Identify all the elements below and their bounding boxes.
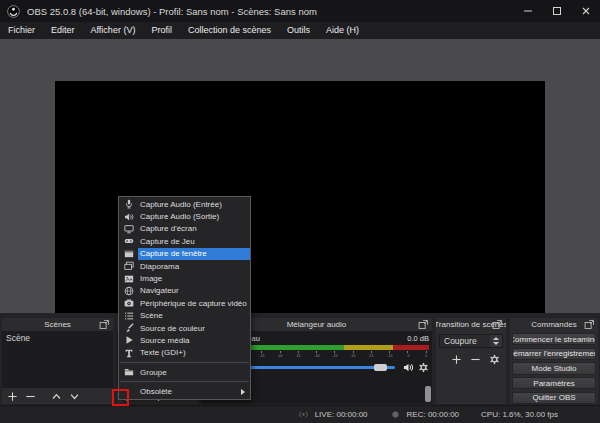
context-menu-item-texte-gdi[interactable]: Texte (GDI+) xyxy=(119,347,250,359)
scenes-minus-button[interactable] xyxy=(24,390,37,403)
window-controls xyxy=(513,0,600,22)
mixer-panel-title: Mélangeur audio xyxy=(287,320,347,329)
slideshow-icon xyxy=(119,260,138,272)
meter-tick: -35 xyxy=(295,351,301,359)
context-menu-item-capture-audio-sortie[interactable]: Capture Audio (Sortie) xyxy=(119,210,250,222)
context-menu-item-label: Groupe xyxy=(138,366,250,378)
context-menu-item-label: Obsolète xyxy=(138,385,241,397)
context-menu-item-label: Capture de fenêtre xyxy=(138,248,250,260)
scenes-chevron-down-button[interactable] xyxy=(68,390,81,403)
speaker-icon xyxy=(119,210,138,222)
scenes-list: Scène xyxy=(2,331,113,388)
mixer-settings-icon[interactable] xyxy=(418,362,429,373)
obs-window: OBS 25.0.8 (64-bit, windows) - Profil: S… xyxy=(0,0,600,423)
menubar-item-collection-de-scenes[interactable]: Collection de scènes xyxy=(180,22,279,39)
commands-panel-title: Commandes xyxy=(531,320,576,329)
context-menu-item-scene[interactable]: Scène xyxy=(119,310,250,322)
commands-panel: Commandes Commencer le streamingDémarrer… xyxy=(510,318,598,404)
play-icon xyxy=(119,334,138,346)
mute-toggle-icon[interactable] xyxy=(403,362,414,373)
meter-tick: -30 xyxy=(314,351,320,359)
spinner-up-icon xyxy=(493,337,499,340)
context-menu-item-label: Diaporama xyxy=(138,260,250,272)
window-icon xyxy=(119,248,138,260)
context-menu-item-capture-d-ecran[interactable]: Capture d'écran xyxy=(119,223,250,235)
mixer-scrollbar-thumb[interactable] xyxy=(425,386,431,402)
scene-transitions-panel: Transition de scènes Coupure xyxy=(436,318,506,404)
color-brush-icon xyxy=(119,322,138,334)
window-title: OBS 25.0.8 (64-bit, windows) - Profil: S… xyxy=(27,6,317,17)
popout-icon[interactable] xyxy=(492,319,503,330)
context-menu-item-label: Périphérique de capture vidéo xyxy=(138,297,250,309)
popout-icon[interactable] xyxy=(584,319,595,330)
camera-icon xyxy=(119,297,138,309)
context-menu-item-source-de-couleur[interactable]: Source de couleur xyxy=(119,322,250,334)
context-menu-item-label: Source média xyxy=(138,334,250,346)
context-menu-item-label: Source de couleur xyxy=(138,322,250,334)
commencer-le-streaming-button[interactable]: Commencer le streaming xyxy=(512,333,596,345)
menubar-item-fichier[interactable]: Fichier xyxy=(0,22,43,39)
demarrer-l-enregistrement-button[interactable]: Démarrer l'enregistrement xyxy=(512,348,596,360)
add-transition-button[interactable] xyxy=(450,353,463,366)
meter-tick: -5 xyxy=(405,351,411,359)
scenes-panel-title: Scènes xyxy=(44,320,71,329)
menubar-item-aide-h[interactable]: Aide (H) xyxy=(318,22,367,39)
menubar-item-afficher-v[interactable]: Afficher (V) xyxy=(83,22,144,39)
close-button[interactable] xyxy=(571,0,600,22)
context-menu-item-capture-audio-entree[interactable]: Capture Audio (Entrée) xyxy=(119,198,250,210)
menubar-item-editer[interactable]: Editer xyxy=(43,22,83,39)
status-bar: LIVE: 00:00:00 REC: 00:00:00 CPU: 1.6%, … xyxy=(0,405,600,423)
menu-separator xyxy=(120,362,249,363)
menubar-item-outils[interactable]: Outils xyxy=(279,22,318,39)
meter-tick: -25 xyxy=(332,351,338,359)
scene-list-item[interactable]: Scène xyxy=(2,331,113,345)
transition-selected-value: Coupure xyxy=(440,336,490,346)
context-menu-item-diaporama[interactable]: Diaporama xyxy=(119,260,250,272)
live-timer: LIVE: 00:00:00 xyxy=(315,410,368,419)
rec-timer: REC: 00:00:00 xyxy=(407,410,459,419)
context-menu-item-label: Capture d'écran xyxy=(138,223,250,235)
context-menu-item-label: Capture de Jeu xyxy=(138,235,250,247)
meter-tick: -40 xyxy=(277,351,283,359)
folder-icon xyxy=(119,366,138,378)
remove-transition-button[interactable] xyxy=(469,353,482,366)
popout-icon[interactable] xyxy=(99,319,110,330)
minimize-button[interactable] xyxy=(513,0,542,22)
meter-tick: 0 xyxy=(423,351,429,359)
popout-icon[interactable] xyxy=(418,319,429,330)
meter-tick: -20 xyxy=(350,351,356,359)
context-menu-item-label: Image xyxy=(138,272,250,284)
microphone-icon xyxy=(119,198,138,210)
context-menu-item-navigateur[interactable]: Navigateur xyxy=(119,285,250,297)
parametres-button[interactable]: Paramètres xyxy=(512,377,596,389)
combo-spinner[interactable] xyxy=(490,335,502,347)
context-menu-item-peripherique-de-capture-video[interactable]: Périphérique de capture vidéo xyxy=(119,297,250,309)
maximize-button[interactable] xyxy=(542,0,571,22)
transition-select[interactable]: Coupure xyxy=(439,334,503,348)
mode-studio-button[interactable]: Mode Studio xyxy=(512,362,596,374)
context-menu-item-source-media[interactable]: Source média xyxy=(119,334,250,346)
obs-logo-icon xyxy=(7,5,20,18)
menubar-item-profil[interactable]: Profil xyxy=(143,22,180,39)
image-icon xyxy=(119,272,138,284)
transition-settings-button[interactable] xyxy=(488,353,501,366)
context-menu-item-label: Texte (GDI+) xyxy=(138,347,250,359)
context-menu-item-obsolete[interactable]: Obsolète xyxy=(119,385,250,397)
scenes-chevron-up-button[interactable] xyxy=(50,390,63,403)
quitter-obs-button[interactable]: Quitter OBS xyxy=(512,392,596,404)
meter-tick: -10 xyxy=(387,351,393,359)
preview-area xyxy=(0,39,600,313)
scenes-plus-button[interactable] xyxy=(6,390,19,403)
globe-icon xyxy=(119,285,138,297)
context-menu-item-image[interactable]: Image xyxy=(119,272,250,284)
context-menu-item-label: Scène xyxy=(138,310,250,322)
menu-bar: FichierEditerAfficher (V)ProfilCollectio… xyxy=(0,22,600,39)
meter-tick: -45 xyxy=(259,351,265,359)
context-menu-item-groupe[interactable]: Groupe xyxy=(119,366,250,378)
volume-slider-handle[interactable] xyxy=(374,364,387,371)
mixer-level-db: 0.0 dB xyxy=(407,334,429,344)
context-menu-item-capture-de-fenetre[interactable]: Capture de fenêtre xyxy=(119,248,250,260)
context-menu-item-capture-de-jeu[interactable]: Capture de Jeu xyxy=(119,235,250,247)
rec-status-icon xyxy=(390,409,401,420)
spinner-down-icon xyxy=(493,342,499,345)
